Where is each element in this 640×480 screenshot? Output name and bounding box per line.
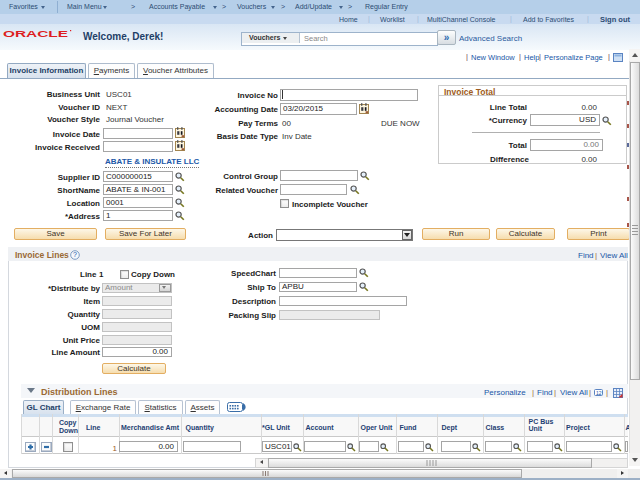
svg-text:?: ? bbox=[73, 251, 77, 258]
svg-text:12: 12 bbox=[596, 390, 602, 396]
svg-text:ORACLE: ORACLE bbox=[3, 28, 68, 39]
